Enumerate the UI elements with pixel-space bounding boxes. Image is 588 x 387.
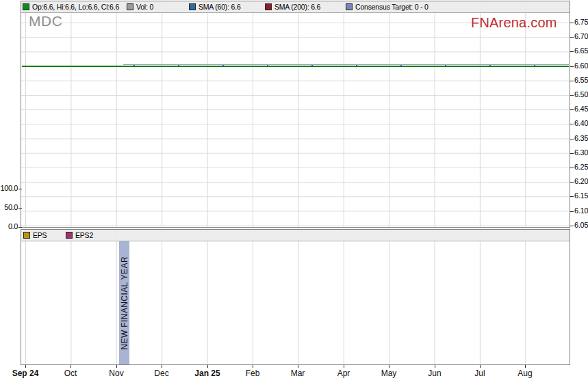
legend-item-eps: EPS (23, 231, 47, 239)
x-axis-tick (162, 365, 162, 368)
price-axis-tick (570, 95, 574, 96)
price-axis-tick (570, 168, 574, 168)
price-axis-tick (570, 139, 574, 139)
price-axis-tick (570, 211, 574, 212)
volume-axis-label: 100.0 (0, 184, 18, 192)
x-axis-tick (298, 365, 298, 368)
price-axis-label: 6.05 (574, 221, 588, 229)
x-axis-label: Aug (517, 369, 532, 378)
price-axis-tick (570, 81, 574, 81)
volume-axis-label: 0.0 (0, 222, 18, 230)
x-axis-label: Mar (291, 369, 305, 378)
eps-swatch-icon (23, 232, 30, 239)
price-axis-label: 6.75 (574, 18, 588, 26)
ohlc-swatch-icon (23, 3, 29, 10)
legend-item-eps2: EPS2 (66, 231, 93, 239)
price-axis-label: 6.45 (574, 105, 588, 113)
x-axis-tick (344, 365, 344, 368)
price-axis-tick (570, 109, 574, 110)
legend-item-sma200: SMA (200): 6.6 (265, 3, 320, 11)
sma200-swatch-icon (265, 3, 272, 10)
x-axis-tick (116, 365, 117, 368)
sma-dot (267, 65, 268, 66)
eps2-legend-label: EPS2 (75, 231, 93, 239)
x-axis-tick (25, 365, 26, 368)
x-axis-label: May (381, 369, 397, 378)
volume-legend-label: Vol: 0 (136, 3, 153, 11)
stock-chart: Op:6.6, Hi:6.6, Lo:6.6, Cl:6.6Vol: 0SMA … (0, 0, 588, 387)
price-axis-tick (570, 23, 574, 23)
x-axis-tick (389, 365, 389, 368)
x-axis-tick (525, 365, 526, 368)
sma200-legend-label: SMA (200): 6.6 (274, 3, 320, 11)
volume-swatch-icon (127, 3, 133, 10)
sma-dot (311, 65, 313, 66)
x-axis-label: Sep 24 (12, 369, 39, 378)
x-axis-label: Oct (64, 369, 77, 378)
x-axis-label: Apr (337, 369, 350, 378)
x-axis-tick (435, 365, 435, 368)
legend-item-ohlc: Op:6.6, Hi:6.6, Lo:6.6, Cl:6.6 (23, 3, 119, 11)
sma60-swatch-icon (189, 3, 196, 10)
legend-item-consensus-target: Consensus Target: 0 - 0 (346, 3, 429, 11)
price-chart-panel: Op:6.6, Hi:6.6, Lo:6.6, Cl:6.6Vol: 0SMA … (21, 1, 570, 228)
sma-dot (534, 65, 535, 66)
price-axis-label: 6.50 (574, 90, 588, 98)
price-legend-strip: Op:6.6, Hi:6.6, Lo:6.6, Cl:6.6Vol: 0SMA … (21, 1, 570, 13)
new-financial-year-label: NEW FINANCIAL YEAR (120, 256, 129, 350)
x-axis-label: Jun (428, 369, 441, 378)
price-axis-tick (570, 182, 574, 183)
eps-legend-strip: EPSEPS2 (21, 230, 570, 241)
sma-dot (489, 65, 491, 66)
sma-line (123, 64, 569, 65)
volume-axis-tick (18, 189, 22, 189)
x-axis-tick (480, 365, 481, 368)
volume-axis-label: 50.0 (0, 203, 18, 211)
x-axis-label: Nov (109, 369, 123, 378)
x-axis-tick (253, 365, 253, 368)
price-axis-label: 6.35 (574, 134, 588, 142)
price-axis-tick (570, 66, 574, 67)
eps2-swatch-icon (66, 232, 73, 239)
legend-item-volume: Vol: 0 (127, 3, 153, 11)
eps-chart-panel: EPSEPS2 NEW FINANCIAL YEAR (21, 229, 570, 365)
sma60-legend-label: SMA (60): 6.6 (199, 3, 241, 11)
x-axis-label: Jan 25 (194, 369, 220, 378)
price-axis-label: 6.60 (574, 62, 588, 70)
sma-dot (133, 65, 135, 66)
fnarena-logo[interactable]: FNArena.com (471, 15, 557, 31)
price-axis-label: 6.20 (574, 177, 588, 185)
price-axis-label: 6.40 (574, 119, 588, 127)
consensus-target-legend-label: Consensus Target: 0 - 0 (355, 3, 429, 11)
sma-dot (222, 65, 224, 66)
x-axis-label: Jul (474, 369, 485, 378)
price-axis-label: 6.55 (574, 76, 588, 84)
sma-dot (400, 65, 402, 66)
x-axis-label: Feb (246, 369, 260, 378)
consensus-target-swatch-icon (346, 3, 353, 10)
eps-legend-label: EPS (33, 231, 47, 239)
price-axis-label: 6.30 (574, 148, 588, 157)
price-axis-tick (570, 226, 574, 226)
price-axis-tick (570, 51, 574, 52)
x-axis-label: Dec (154, 369, 168, 378)
sma-dot (445, 65, 446, 66)
x-axis-tick (207, 365, 208, 368)
price-axis-tick (570, 196, 574, 197)
price-axis-label: 6.70 (574, 32, 588, 40)
volume-axis-tick (18, 227, 22, 228)
sma-dot (178, 65, 179, 66)
new-financial-year-annotation: NEW FINANCIAL YEAR (116, 241, 133, 364)
price-axis-label: 6.15 (574, 191, 588, 200)
volume-axis-tick (18, 208, 22, 209)
ohlc-legend-label: Op:6.6, Hi:6.6, Lo:6.6, Cl:6.6 (32, 3, 119, 11)
price-line (22, 66, 569, 67)
price-axis-label: 6.10 (574, 206, 588, 215)
price-axis-label: 6.65 (574, 46, 588, 55)
sma-dot (356, 65, 357, 66)
ticker-symbol: MDC (29, 13, 62, 29)
legend-item-sma60: SMA (60): 6.6 (189, 3, 241, 11)
price-axis-tick (570, 124, 574, 124)
x-axis-tick (71, 365, 71, 368)
price-axis-tick (570, 37, 574, 38)
